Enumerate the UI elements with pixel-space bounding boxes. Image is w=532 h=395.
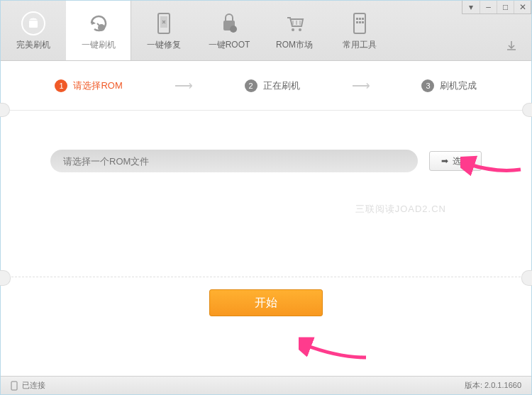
window-controls: ▾ – □ ✕: [462, 1, 531, 14]
close-button[interactable]: ✕: [514, 1, 531, 13]
nav-common-tools[interactable]: 常用工具: [327, 1, 392, 60]
svg-rect-16: [359, 18, 361, 20]
maximize-button[interactable]: □: [497, 1, 514, 13]
rom-file-input[interactable]: [50, 150, 418, 172]
connection-status: 已连接: [22, 380, 45, 391]
dropdown-button[interactable]: ▾: [462, 1, 480, 13]
refresh-touch-icon: [86, 11, 111, 36]
lock-touch-icon: [216, 11, 242, 36]
cart-icon: [282, 11, 307, 36]
svg-point-9: [292, 28, 294, 31]
android-icon: [21, 11, 46, 36]
phone-icon: [11, 381, 18, 391]
svg-rect-20: [362, 21, 364, 23]
nav-label: 一键ROOT: [209, 39, 250, 51]
nav-one-key-repair[interactable]: 一键修复: [131, 1, 196, 60]
nav-label: ROM市场: [276, 39, 313, 51]
watermark-text: 三联阅读JOAD2.CN: [355, 203, 446, 216]
version-text: 版本: 2.0.1.1660: [465, 380, 521, 391]
select-label: 选择: [453, 155, 470, 167]
arrow-icon: ⟶: [174, 78, 193, 94]
nav-rom-market[interactable]: ROM市场: [262, 1, 327, 60]
app-window: ▾ – □ ✕ 完美刷机 一键刷机 一键修复 一键: [0, 0, 532, 395]
rom-select-row: ➡ 选择: [50, 150, 482, 172]
step-number: 1: [55, 79, 67, 92]
nav-label: 常用工具: [343, 39, 377, 51]
phone-grid-icon: [347, 11, 372, 36]
download-icon[interactable]: [504, 39, 519, 53]
svg-point-10: [299, 28, 301, 31]
nav-label: 一键刷机: [82, 39, 116, 51]
svg-rect-17: [362, 18, 364, 20]
svg-rect-1: [29, 21, 38, 28]
status-left: 已连接: [11, 380, 45, 391]
svg-point-8: [230, 26, 237, 33]
arrow-right-icon: ➡: [441, 156, 448, 166]
minimize-button[interactable]: –: [480, 1, 497, 13]
nav-one-key-flash[interactable]: 一键刷机: [66, 1, 131, 60]
step-number: 2: [245, 79, 257, 92]
statusbar: 已连接 版本: 2.0.1.1660: [1, 376, 531, 394]
step-bar: 1 请选择ROM ⟶ 2 正在刷机 ⟶ 3 刷机完成: [1, 61, 531, 111]
start-button[interactable]: 开始: [209, 289, 323, 316]
nav-one-key-root[interactable]: 一键ROOT: [196, 1, 262, 60]
titlebar: ▾ – □ ✕ 完美刷机 一键刷机 一键修复 一键: [1, 1, 531, 61]
arrow-icon: ⟶: [352, 78, 370, 94]
step-number: 3: [421, 79, 434, 92]
content-divider: [1, 277, 531, 277]
svg-rect-19: [359, 21, 361, 23]
nav-label: 一键修复: [147, 39, 181, 51]
phone-wrench-icon: [151, 11, 177, 36]
svg-rect-15: [356, 18, 358, 20]
step-label: 请选择ROM: [73, 79, 122, 92]
svg-rect-18: [356, 21, 358, 23]
content-area: ➡ 选择 三联阅读JOAD2.CN 开始: [1, 111, 531, 359]
nav-perfect-flash[interactable]: 完美刷机: [1, 1, 66, 60]
step-3: 3 刷机完成: [421, 79, 477, 92]
step-label: 刷机完成: [440, 79, 477, 92]
select-button[interactable]: ➡ 选择: [429, 151, 482, 171]
svg-rect-21: [11, 382, 17, 390]
step-label: 正在刷机: [263, 79, 300, 92]
nav-label: 完美刷机: [16, 39, 50, 51]
step-1: 1 请选择ROM: [55, 79, 122, 92]
start-row: 开始: [1, 289, 531, 316]
step-2: 2 正在刷机: [245, 79, 300, 92]
